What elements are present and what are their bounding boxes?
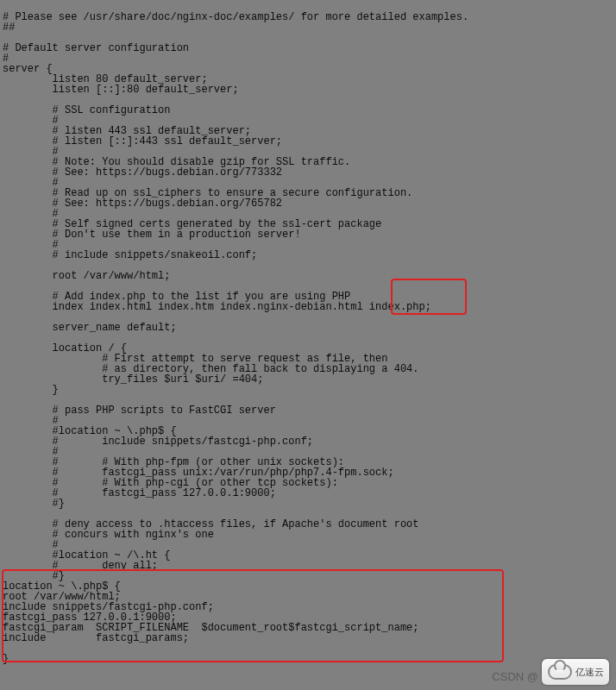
footer: CSDN @ 亿速云 <box>0 669 616 683</box>
logo-text: 亿速云 <box>575 666 604 679</box>
logo-badge: 亿速云 <box>542 659 609 685</box>
footer-credit: CSDN @ <box>492 670 538 683</box>
cloud-icon <box>548 664 572 680</box>
config-file-content: # Please see /usr/share/doc/nginx-doc/ex… <box>0 10 616 666</box>
